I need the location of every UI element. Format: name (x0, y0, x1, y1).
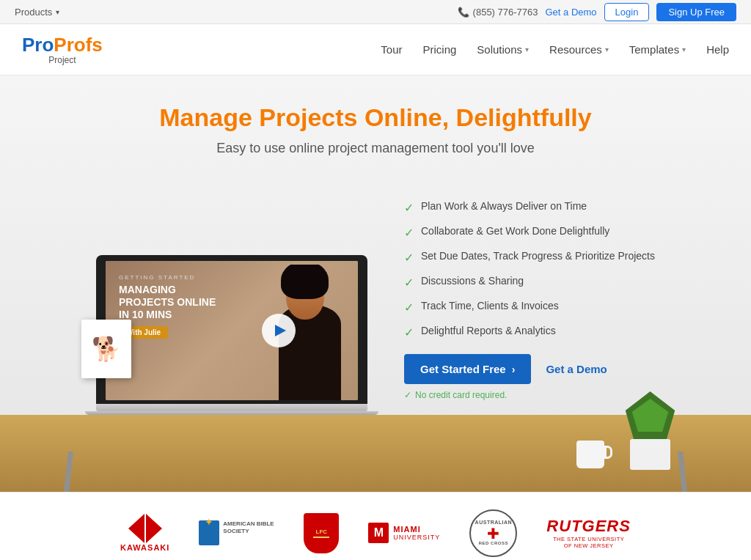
feature-item: ✓ Set Due Dates, Track Progress & Priori… (404, 250, 655, 265)
abs-label: AMERICAN BIBLE SOCIETY (223, 520, 274, 536)
hero-title: Manage Projects Online, Delightfully (29, 103, 722, 132)
feature-item: ✓ Plan Work & Always Deliver on Time (404, 200, 655, 215)
logo-miami: M MIAMI UNIVERSITY (368, 515, 440, 551)
phone-icon: 📞 (458, 7, 469, 18)
person-hair (281, 265, 329, 299)
laptop-lid: GETTING STARTED MANAGING PROJECTS ONLINE… (96, 255, 367, 404)
logo-redcross: AUSTRALIAN ✚ RED CROSS (469, 515, 517, 551)
login-button[interactable]: Login (604, 3, 650, 21)
hero-features: ✓ Plan Work & Always Deliver on Time ✓ C… (404, 185, 655, 415)
dog-photo: 🐕 (92, 335, 121, 363)
rutgers-label: RUTGERS (546, 517, 631, 536)
feature-item: ✓ Collaborate & Get Work Done Delightful… (404, 225, 655, 240)
get-started-button[interactable]: Get Started Free › (404, 354, 531, 384)
plant-pot (630, 439, 670, 470)
photo-frame: 🐕 (81, 320, 131, 378)
signup-button[interactable]: Sign Up Free (656, 3, 736, 21)
no-credit-card-text: ✓ No credit card required. (404, 390, 655, 400)
video-section: 🐕 GETTING STARTED MANAGING PROJECTS ONLI… (96, 255, 367, 415)
hero-area: Manage Projects Online, Delightfully Eas… (0, 75, 751, 492)
get-demo-link[interactable]: Get a Demo (546, 7, 597, 18)
check-icon: ✓ (404, 325, 414, 339)
video-overlay: GETTING STARTED MANAGING PROJECTS ONLINE… (119, 274, 216, 339)
logo-profs-text: Profs (54, 34, 102, 56)
logos-bar: KAWASAKI ✦ AMERICAN BIBLE SOCIETY LFC M … (0, 492, 751, 560)
check-icon: ✓ (404, 226, 414, 240)
getting-started-label: GETTING STARTED (119, 274, 216, 281)
cta-buttons: Get Started Free › Get a Demo (404, 354, 655, 384)
redcross-icon: ✚ (487, 526, 499, 541)
nav-resources[interactable]: Resources ▾ (549, 43, 609, 56)
templates-chevron-icon: ▾ (682, 45, 686, 54)
top-bar-right: 📞 (855) 776-7763 Get a Demo Login Sign U… (458, 3, 736, 21)
nav-solutions[interactable]: Solutions ▾ (477, 43, 529, 56)
redcross-bottom: RED CROSS (479, 541, 508, 546)
rutgers-sub: THE STATE UNIVERSITYOF NEW JERSEY (546, 536, 631, 549)
check-icon: ✓ (404, 276, 414, 290)
laptop-screen: GETTING STARTED MANAGING PROJECTS ONLINE… (106, 261, 358, 400)
laptop: GETTING STARTED MANAGING PROJECTS ONLINE… (96, 255, 367, 415)
top-bar: Products ▾ 📞 (855) 776-7763 Get a Demo L… (0, 0, 751, 24)
plant-leaves (623, 391, 678, 439)
top-bar-left: Products ▾ (15, 7, 59, 18)
miami-label: MIAMI (393, 525, 440, 534)
nav-pricing[interactable]: Pricing (422, 43, 456, 56)
university-label: UNIVERSITY (393, 534, 440, 541)
nav-tour[interactable]: Tour (381, 43, 402, 56)
logo-kawasaki: KAWASAKI (120, 515, 169, 551)
feature-item: ✓ Discussions & Sharing (404, 275, 655, 290)
laptop-hinge (96, 404, 367, 411)
logo[interactable]: ProProfs Project (22, 35, 103, 65)
check-icon: ✓ (404, 301, 414, 314)
plant-leaves-inner (630, 399, 670, 432)
arrow-icon: › (512, 364, 516, 375)
phone-number: 📞 (855) 776-7763 (458, 7, 538, 18)
plant-container (623, 391, 678, 470)
logo-lfc: LFC (304, 515, 339, 551)
nav-templates[interactable]: Templates ▾ (629, 43, 686, 56)
products-menu[interactable]: Products (15, 7, 52, 18)
resources-chevron-icon: ▾ (605, 45, 609, 54)
check-small-icon: ✓ (404, 390, 411, 400)
logo-project-text: Project (22, 56, 103, 65)
play-icon (275, 325, 286, 336)
feature-item: ✓ Track Time, Clients & Invoices (404, 300, 655, 314)
desk-scene (0, 415, 751, 492)
logo-pro-text: Pro (22, 34, 54, 56)
products-chevron-icon: ▾ (56, 8, 59, 16)
main-nav: ProProfs Project Tour Pricing Solutions … (0, 24, 751, 75)
kawasaki-label: KAWASAKI (120, 543, 169, 552)
hero-subtitle: Easy to use online project management to… (29, 141, 722, 156)
video-title: MANAGING PROJECTS ONLINE IN 10 MINS (119, 284, 216, 320)
logo-rutgers: RUTGERS THE STATE UNIVERSITYOF NEW JERSE… (546, 515, 631, 551)
feature-item: ✓ Delightful Reports & Analytics (404, 325, 655, 339)
play-button[interactable] (262, 314, 296, 347)
mug-handle-icon (604, 446, 612, 459)
nav-links: Tour Pricing Solutions ▾ Resources ▾ Tem… (381, 43, 729, 56)
logo-abs: ✦ AMERICAN BIBLE SOCIETY (199, 515, 274, 551)
get-demo-button[interactable]: Get a Demo (546, 363, 607, 375)
solutions-chevron-icon: ▾ (525, 45, 529, 54)
check-icon: ✓ (404, 201, 414, 215)
mug-body (576, 441, 604, 468)
nav-help[interactable]: Help (706, 43, 729, 56)
check-icon: ✓ (404, 251, 414, 265)
mug-container (576, 441, 604, 468)
